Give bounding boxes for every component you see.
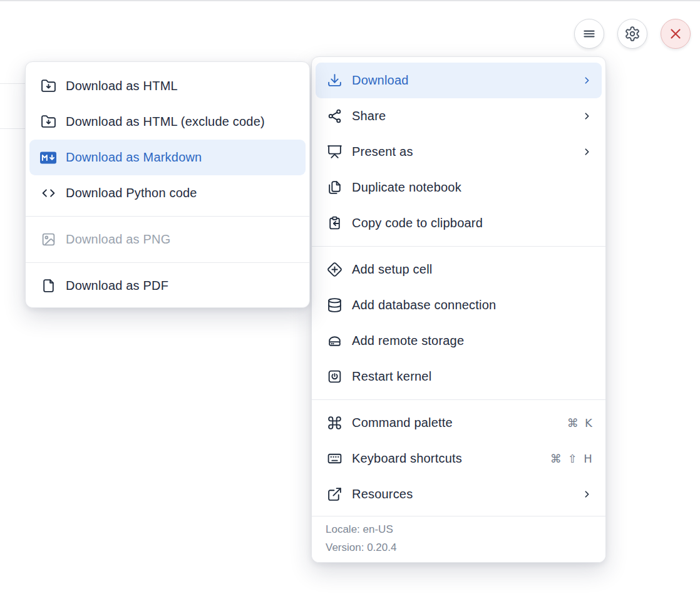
presentation-icon bbox=[326, 144, 342, 160]
menu-item-label: Resources bbox=[352, 487, 572, 501]
menu-item-label: Download as HTML (exclude code) bbox=[66, 115, 296, 129]
app-background: { "colors": { "accent_blue": "#2d68c3", … bbox=[0, 0, 700, 616]
menu-separator bbox=[26, 262, 309, 263]
database-icon bbox=[326, 297, 342, 314]
folder-down-icon bbox=[40, 78, 56, 95]
menu-item-add-remote-storage[interactable]: Add remote storage bbox=[316, 323, 602, 359]
markdown-badge-icon bbox=[40, 150, 56, 166]
menu-item-download-as-markdown[interactable]: Download as Markdown bbox=[29, 140, 306, 175]
menu-item-label: Download as Markdown bbox=[66, 150, 296, 165]
code-brackets-icon bbox=[40, 185, 56, 202]
shortcut-hint: ⌘⇧H bbox=[550, 452, 592, 465]
menu-item-label: Command palette bbox=[352, 416, 558, 430]
gear-icon bbox=[624, 26, 641, 42]
download-submenu: Download as HTMLDownload as HTML (exclud… bbox=[25, 61, 310, 308]
notebook-toolbar bbox=[574, 19, 691, 49]
storage-box-icon bbox=[326, 333, 342, 349]
keyboard-icon bbox=[326, 451, 342, 467]
menu-item-copy-code-to-clipboard[interactable]: Copy code to clipboard bbox=[316, 205, 602, 241]
menu-item-label: Restart kernel bbox=[352, 369, 592, 384]
diamond-plus-icon bbox=[326, 262, 342, 278]
menu-item-label: Download as PDF bbox=[66, 279, 296, 293]
chevron-right-icon bbox=[582, 146, 592, 157]
folder-down-icon bbox=[40, 114, 56, 130]
menu-item-add-setup-cell[interactable]: Add setup cell bbox=[316, 252, 602, 287]
notebook-actions-menu: DownloadSharePresent asDuplicate noteboo… bbox=[311, 56, 606, 563]
menu-item-present-as[interactable]: Present as bbox=[316, 134, 602, 170]
locale-text: Locale: en-US bbox=[326, 523, 592, 536]
hamburger-icon bbox=[581, 26, 597, 42]
menu-item-download-as-html[interactable]: Download as HTML bbox=[29, 68, 306, 104]
shutdown-button[interactable] bbox=[661, 19, 691, 49]
menu-item-label: Download as HTML bbox=[66, 79, 296, 93]
command-icon bbox=[326, 415, 342, 431]
shortcut-hint: ⌘K bbox=[567, 416, 592, 429]
download-icon bbox=[326, 73, 342, 89]
image-icon bbox=[40, 232, 56, 248]
external-link-icon bbox=[326, 486, 342, 503]
version-text: Version: 0.20.4 bbox=[326, 542, 592, 554]
power-square-icon bbox=[326, 369, 342, 385]
menu-item-label: Copy code to clipboard bbox=[352, 216, 592, 230]
menu-item-add-database-connection[interactable]: Add database connection bbox=[316, 287, 602, 323]
menu-item-download-as-html-exclude-code[interactable]: Download as HTML (exclude code) bbox=[29, 104, 306, 140]
file-blank-icon bbox=[40, 278, 56, 294]
menu-item-share[interactable]: Share bbox=[316, 98, 602, 134]
menu-footer: Locale: en-US Version: 0.20.4 bbox=[312, 516, 605, 562]
close-icon bbox=[667, 26, 684, 42]
chevron-right-icon bbox=[582, 111, 592, 121]
menu-item-command-palette[interactable]: Command palette⌘K bbox=[316, 405, 602, 441]
menu-item-download-as-pdf[interactable]: Download as PDF bbox=[29, 268, 306, 304]
menu-item-keyboard-shortcuts[interactable]: Keyboard shortcuts⌘⇧H bbox=[316, 441, 602, 476]
menu-item-duplicate-notebook[interactable]: Duplicate notebook bbox=[316, 170, 602, 205]
share-icon bbox=[326, 108, 342, 125]
menu-item-resources[interactable]: Resources bbox=[316, 476, 602, 512]
notebook-actions-button[interactable] bbox=[574, 19, 604, 49]
menu-groups: DownloadSharePresent asDuplicate noteboo… bbox=[312, 57, 605, 512]
cell-border-line bbox=[0, 83, 26, 84]
menu-item-label: Present as bbox=[352, 145, 572, 159]
menu-item-label: Duplicate notebook bbox=[352, 180, 592, 195]
menu-item-label: Download Python code bbox=[66, 186, 296, 200]
menu-item-label: Add remote storage bbox=[352, 334, 592, 348]
menu-separator bbox=[312, 246, 605, 247]
menu-item-restart-kernel[interactable]: Restart kernel bbox=[316, 359, 602, 394]
menu-item-download[interactable]: Download bbox=[316, 63, 602, 98]
menu-separator bbox=[312, 399, 605, 400]
menu-item-label: Keyboard shortcuts bbox=[352, 451, 541, 466]
cell-border-line bbox=[0, 128, 26, 129]
menu-item-label: Download as PNG bbox=[66, 232, 296, 247]
menu-item-download-python-code[interactable]: Download Python code bbox=[29, 175, 306, 211]
menu-item-label: Add setup cell bbox=[352, 262, 592, 277]
menu-item-download-as-png: Download as PNG bbox=[29, 222, 306, 257]
chevron-right-icon bbox=[582, 489, 592, 500]
menu-item-label: Share bbox=[352, 109, 572, 123]
menu-item-label: Download bbox=[352, 73, 572, 88]
chevron-right-icon bbox=[582, 75, 592, 86]
settings-button[interactable] bbox=[617, 19, 647, 49]
clipboard-arrow-icon bbox=[326, 215, 342, 232]
menu-item-label: Add database connection bbox=[352, 298, 592, 312]
copy-pages-icon bbox=[326, 180, 342, 196]
menu-separator bbox=[26, 216, 309, 217]
